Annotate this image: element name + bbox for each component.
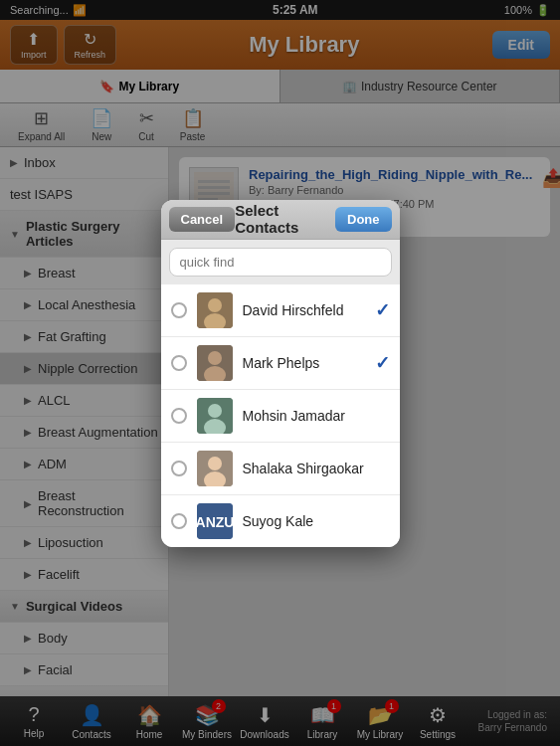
svg-point-7 [208, 298, 222, 312]
contact-item[interactable]: ANZU Suyog Kale ✓ [161, 495, 400, 547]
modal-search [161, 240, 400, 284]
contact-avatar-5: ANZU [197, 503, 233, 539]
contact-radio-3[interactable] [171, 408, 187, 424]
contact-avatar-1 [197, 292, 233, 328]
contact-name-1: David Hirschfeld [243, 302, 365, 318]
contact-avatar-2 [197, 345, 233, 381]
svg-text:ANZU: ANZU [197, 514, 233, 530]
contact-radio-5[interactable] [171, 513, 187, 529]
done-button[interactable]: Done [335, 207, 392, 232]
svg-point-10 [208, 351, 222, 365]
contact-item[interactable]: Mark Phelps ✓ [161, 337, 400, 390]
contact-check-1: ✓ [375, 299, 390, 321]
modal-title: Select Contacts [235, 202, 335, 236]
modal-header: Cancel Select Contacts Done [161, 200, 400, 240]
contact-check-2: ✓ [375, 352, 390, 374]
contact-avatar-4 [197, 451, 233, 486]
contact-radio-1[interactable] [171, 302, 187, 318]
contact-list: David Hirschfeld ✓ Mark Phelps ✓ Mohsin … [161, 284, 400, 547]
cancel-button[interactable]: Cancel [169, 207, 236, 232]
modal-overlay[interactable]: Cancel Select Contacts Done David Hirsch… [0, 0, 560, 746]
contact-radio-2[interactable] [171, 355, 187, 371]
contact-item[interactable]: Mohsin Jamadar ✓ [161, 390, 400, 443]
svg-point-16 [208, 457, 222, 470]
contact-name-5: Suyog Kale [243, 513, 365, 529]
contact-item[interactable]: Shalaka Shirgaokar ✓ [161, 443, 400, 495]
contacts-search-input[interactable] [169, 248, 392, 277]
svg-point-13 [208, 404, 222, 418]
contact-name-4: Shalaka Shirgaokar [243, 461, 365, 476]
contact-radio-4[interactable] [171, 461, 187, 476]
contact-item[interactable]: David Hirschfeld ✓ [161, 284, 400, 337]
select-contacts-modal: Cancel Select Contacts Done David Hirsch… [161, 200, 400, 547]
contact-name-2: Mark Phelps [243, 355, 365, 371]
contact-name-3: Mohsin Jamadar [243, 408, 365, 424]
contact-avatar-3 [197, 398, 233, 434]
